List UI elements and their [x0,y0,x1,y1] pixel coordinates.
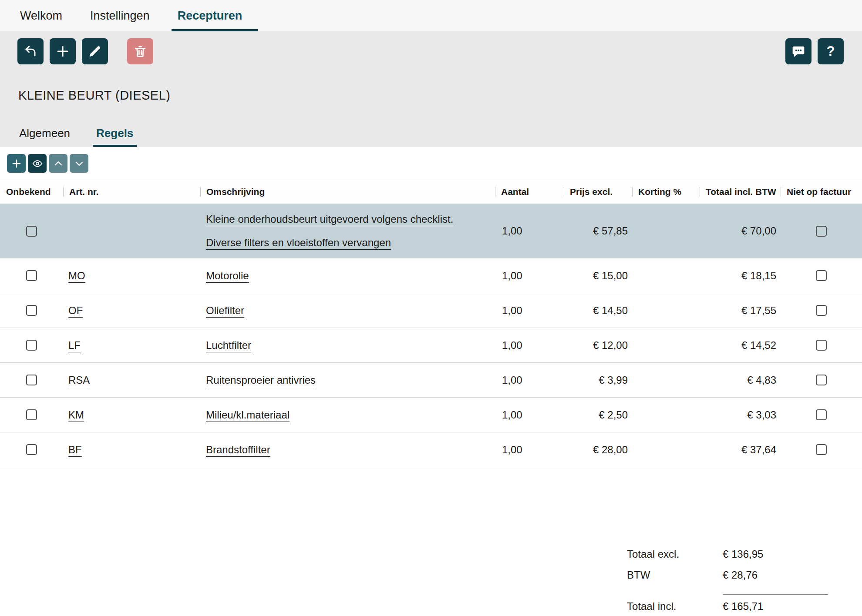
niet-op-factuur-checkbox[interactable] [816,226,827,237]
cell-niet-op-factuur [781,441,862,459]
add-row-button[interactable] [7,154,26,173]
add-button[interactable] [50,38,76,64]
chat-icon [791,44,805,58]
btw-label: BTW [627,569,723,581]
niet-op-factuur-checkbox[interactable] [816,305,827,316]
chevron-up-icon [53,158,64,169]
onbekend-checkbox[interactable] [26,305,37,316]
niet-op-factuur-checkbox[interactable] [816,409,827,420]
cell-prijs-excl: € 57,85 [564,221,632,241]
header-omschrijving: Omschrijving [200,185,495,199]
table-row[interactable]: KM Milieu/kl.materiaal 1,00 € 2,50 € 3,0… [0,398,862,432]
totaal-excl-label: Totaal excl. [627,548,723,560]
omschrijving-link[interactable]: Kleine onderhoudsbeurt uitgevoerd volgen… [206,213,453,248]
tab-algemeen[interactable]: Algemeen [18,119,71,147]
nav-tab-instellingen[interactable]: Instellingen [88,0,152,31]
plus-icon [11,158,22,169]
question-icon: ? [827,44,835,59]
table-row[interactable]: BF Brandstoffilter 1,00 € 28,00 € 37,64 [0,432,862,467]
cell-totaal-incl: € 18,15 [700,266,781,285]
table-row[interactable]: LF Luchtfilter 1,00 € 12,00 € 14,52 [0,328,862,363]
art-nr-link[interactable]: RSA [68,374,90,386]
art-nr-link[interactable]: MO [68,270,85,281]
back-icon [24,44,37,58]
tab-regels[interactable]: Regels [95,119,134,147]
art-nr-link[interactable]: LF [68,339,81,351]
omschrijving-link[interactable]: Brandstoffilter [206,444,270,455]
art-nr-link[interactable]: OF [68,305,83,316]
cell-korting [632,412,700,418]
omschrijving-link[interactable]: Ruitensproeier antivries [206,374,316,386]
header-aantal: Aantal [495,185,564,199]
cell-art-nr: KM [63,405,200,425]
cell-aantal: 1,00 [495,301,564,320]
onbekend-checkbox[interactable] [26,375,37,385]
cell-niet-op-factuur [781,222,862,240]
onbekend-checkbox[interactable] [26,409,37,420]
art-nr-link[interactable]: BF [68,444,82,455]
view-row-button[interactable] [28,154,47,173]
trash-icon [133,44,147,58]
art-nr-link[interactable]: KM [68,409,84,421]
move-down-button[interactable] [70,154,88,173]
delete-button[interactable] [127,38,153,64]
cell-omschrijving: Milieu/kl.materiaal [200,400,495,430]
edit-button[interactable] [82,38,108,64]
move-up-button[interactable] [49,154,67,173]
cell-onbekend [0,371,63,389]
cell-onbekend [0,267,63,285]
feedback-button[interactable] [785,38,811,64]
toolbar: ? [0,31,862,71]
cell-onbekend [0,222,63,240]
onbekend-checkbox[interactable] [26,444,37,455]
cell-art-nr: MO [63,266,200,285]
cell-totaal-incl: € 4,83 [700,371,781,390]
onbekend-checkbox[interactable] [26,340,37,351]
cell-prijs-excl: € 2,50 [564,405,632,425]
top-navigation: Welkom Instellingen Recepturen [0,0,862,31]
niet-op-factuur-checkbox[interactable] [816,375,827,385]
cell-totaal-incl: € 14,52 [700,336,781,355]
cell-prijs-excl: € 12,00 [564,336,632,355]
page-title: KLEINE BEURT (DIESEL) [18,88,170,103]
cell-omschrijving: Kleine onderhoudsbeurt uitgevoerd volgen… [200,204,495,258]
btw-value: € 28,76 [723,569,828,581]
cell-prijs-excl: € 15,00 [564,266,632,285]
omschrijving-link[interactable]: Milieu/kl.materiaal [206,409,290,421]
cell-onbekend [0,406,63,424]
help-button[interactable]: ? [818,38,844,64]
niet-op-factuur-checkbox[interactable] [816,444,827,455]
onbekend-checkbox[interactable] [26,270,37,281]
cell-niet-op-factuur [781,267,862,285]
nav-tab-welkom[interactable]: Welkom [18,0,64,31]
back-button[interactable] [17,38,44,64]
omschrijving-link[interactable]: Luchtfilter [206,339,251,351]
cell-korting [632,228,700,234]
table-row[interactable]: RSA Ruitensproeier antivries 1,00 € 3,99… [0,363,862,398]
cell-omschrijving: Brandstoffilter [200,435,495,465]
cell-totaal-incl: € 3,03 [700,405,781,425]
cell-aantal: 1,00 [495,336,564,355]
niet-op-factuur-checkbox[interactable] [816,340,827,351]
table-row[interactable]: Kleine onderhoudsbeurt uitgevoerd volgen… [0,204,862,258]
cell-aantal: 1,00 [495,440,564,459]
cell-korting [632,307,700,314]
onbekend-checkbox[interactable] [26,226,37,237]
cell-totaal-incl: € 17,55 [700,301,781,320]
cell-omschrijving: Luchtfilter [200,330,495,361]
cell-prijs-excl: € 28,00 [564,440,632,459]
table-body: Kleine onderhoudsbeurt uitgevoerd volgen… [0,204,862,467]
cell-korting [632,342,700,349]
omschrijving-link[interactable]: Motorolie [206,270,249,281]
totaal-excl-value: € 136,95 [723,548,828,560]
table-row[interactable]: MO Motorolie 1,00 € 15,00 € 18,15 [0,258,862,293]
nav-tab-recepturen[interactable]: Recepturen [176,0,244,31]
niet-op-factuur-checkbox[interactable] [816,270,827,281]
cell-aantal: 1,00 [495,266,564,285]
cell-art-nr: OF [63,301,200,320]
omschrijving-link[interactable]: Oliefilter [206,305,244,316]
header-prijs-excl: Prijs excl. [564,185,632,199]
cell-art-nr: BF [63,440,200,459]
title-band: KLEINE BEURT (DIESEL) [0,71,862,119]
table-row[interactable]: OF Oliefilter 1,00 € 14,50 € 17,55 [0,293,862,328]
